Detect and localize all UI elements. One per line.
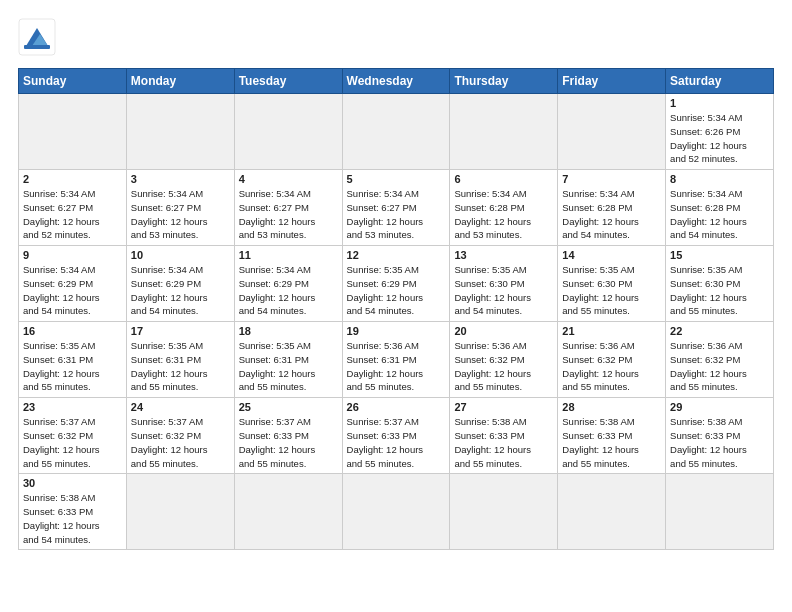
cell-content: Sunrise: 5:36 AMSunset: 6:31 PMDaylight:…	[347, 339, 446, 394]
calendar-row-5: 30Sunrise: 5:38 AMSunset: 6:33 PMDayligh…	[19, 474, 774, 550]
cell-content: Sunrise: 5:38 AMSunset: 6:33 PMDaylight:…	[23, 491, 122, 546]
calendar-cell-13: 8Sunrise: 5:34 AMSunset: 6:28 PMDaylight…	[666, 170, 774, 246]
calendar-cell-34: 29Sunrise: 5:38 AMSunset: 6:33 PMDayligh…	[666, 398, 774, 474]
calendar-table: SundayMondayTuesdayWednesdayThursdayFrid…	[18, 68, 774, 550]
calendar-cell-5	[558, 94, 666, 170]
cell-content: Sunrise: 5:34 AMSunset: 6:29 PMDaylight:…	[131, 263, 230, 318]
calendar-cell-18: 13Sunrise: 5:35 AMSunset: 6:30 PMDayligh…	[450, 246, 558, 322]
day-number: 2	[23, 173, 122, 185]
cell-content: Sunrise: 5:34 AMSunset: 6:28 PMDaylight:…	[670, 187, 769, 242]
day-number: 16	[23, 325, 122, 337]
cell-content: Sunrise: 5:36 AMSunset: 6:32 PMDaylight:…	[670, 339, 769, 394]
calendar-cell-31: 26Sunrise: 5:37 AMSunset: 6:33 PMDayligh…	[342, 398, 450, 474]
cell-content: Sunrise: 5:34 AMSunset: 6:27 PMDaylight:…	[23, 187, 122, 242]
calendar-cell-38	[342, 474, 450, 550]
cell-content: Sunrise: 5:38 AMSunset: 6:33 PMDaylight:…	[562, 415, 661, 470]
day-number: 4	[239, 173, 338, 185]
day-number: 22	[670, 325, 769, 337]
day-number: 13	[454, 249, 553, 261]
day-number: 23	[23, 401, 122, 413]
weekday-header-tuesday: Tuesday	[234, 69, 342, 94]
calendar-cell-33: 28Sunrise: 5:38 AMSunset: 6:33 PMDayligh…	[558, 398, 666, 474]
calendar-cell-22: 17Sunrise: 5:35 AMSunset: 6:31 PMDayligh…	[126, 322, 234, 398]
calendar-cell-16: 11Sunrise: 5:34 AMSunset: 6:29 PMDayligh…	[234, 246, 342, 322]
calendar-cell-41	[666, 474, 774, 550]
weekday-header-monday: Monday	[126, 69, 234, 94]
cell-content: Sunrise: 5:35 AMSunset: 6:29 PMDaylight:…	[347, 263, 446, 318]
day-number: 9	[23, 249, 122, 261]
day-number: 1	[670, 97, 769, 109]
cell-content: Sunrise: 5:37 AMSunset: 6:32 PMDaylight:…	[23, 415, 122, 470]
calendar-cell-35: 30Sunrise: 5:38 AMSunset: 6:33 PMDayligh…	[19, 474, 127, 550]
day-number: 19	[347, 325, 446, 337]
header	[18, 18, 774, 56]
day-number: 27	[454, 401, 553, 413]
calendar-cell-20: 15Sunrise: 5:35 AMSunset: 6:30 PMDayligh…	[666, 246, 774, 322]
calendar-row-3: 16Sunrise: 5:35 AMSunset: 6:31 PMDayligh…	[19, 322, 774, 398]
day-number: 29	[670, 401, 769, 413]
calendar-cell-3	[342, 94, 450, 170]
cell-content: Sunrise: 5:34 AMSunset: 6:29 PMDaylight:…	[23, 263, 122, 318]
cell-content: Sunrise: 5:38 AMSunset: 6:33 PMDaylight:…	[454, 415, 553, 470]
calendar-cell-8: 3Sunrise: 5:34 AMSunset: 6:27 PMDaylight…	[126, 170, 234, 246]
calendar-cell-0	[19, 94, 127, 170]
page: SundayMondayTuesdayWednesdayThursdayFrid…	[0, 0, 792, 560]
calendar-cell-4	[450, 94, 558, 170]
calendar-cell-24: 19Sunrise: 5:36 AMSunset: 6:31 PMDayligh…	[342, 322, 450, 398]
day-number: 28	[562, 401, 661, 413]
day-number: 30	[23, 477, 122, 489]
calendar-cell-9: 4Sunrise: 5:34 AMSunset: 6:27 PMDaylight…	[234, 170, 342, 246]
cell-content: Sunrise: 5:34 AMSunset: 6:27 PMDaylight:…	[347, 187, 446, 242]
calendar-cell-29: 24Sunrise: 5:37 AMSunset: 6:32 PMDayligh…	[126, 398, 234, 474]
day-number: 17	[131, 325, 230, 337]
calendar-cell-10: 5Sunrise: 5:34 AMSunset: 6:27 PMDaylight…	[342, 170, 450, 246]
calendar-cell-39	[450, 474, 558, 550]
cell-content: Sunrise: 5:34 AMSunset: 6:27 PMDaylight:…	[239, 187, 338, 242]
day-number: 21	[562, 325, 661, 337]
day-number: 15	[670, 249, 769, 261]
cell-content: Sunrise: 5:35 AMSunset: 6:30 PMDaylight:…	[670, 263, 769, 318]
cell-content: Sunrise: 5:35 AMSunset: 6:31 PMDaylight:…	[239, 339, 338, 394]
day-number: 14	[562, 249, 661, 261]
calendar-row-4: 23Sunrise: 5:37 AMSunset: 6:32 PMDayligh…	[19, 398, 774, 474]
logo	[18, 18, 62, 56]
weekday-header-friday: Friday	[558, 69, 666, 94]
calendar-cell-17: 12Sunrise: 5:35 AMSunset: 6:29 PMDayligh…	[342, 246, 450, 322]
day-number: 25	[239, 401, 338, 413]
cell-content: Sunrise: 5:38 AMSunset: 6:33 PMDaylight:…	[670, 415, 769, 470]
cell-content: Sunrise: 5:34 AMSunset: 6:28 PMDaylight:…	[562, 187, 661, 242]
calendar-cell-37	[234, 474, 342, 550]
cell-content: Sunrise: 5:35 AMSunset: 6:31 PMDaylight:…	[23, 339, 122, 394]
cell-content: Sunrise: 5:35 AMSunset: 6:30 PMDaylight:…	[454, 263, 553, 318]
cell-content: Sunrise: 5:35 AMSunset: 6:31 PMDaylight:…	[131, 339, 230, 394]
calendar-cell-2	[234, 94, 342, 170]
cell-content: Sunrise: 5:35 AMSunset: 6:30 PMDaylight:…	[562, 263, 661, 318]
calendar-row-0: 1Sunrise: 5:34 AMSunset: 6:26 PMDaylight…	[19, 94, 774, 170]
calendar-cell-11: 6Sunrise: 5:34 AMSunset: 6:28 PMDaylight…	[450, 170, 558, 246]
calendar-cell-40	[558, 474, 666, 550]
cell-content: Sunrise: 5:37 AMSunset: 6:32 PMDaylight:…	[131, 415, 230, 470]
cell-content: Sunrise: 5:34 AMSunset: 6:27 PMDaylight:…	[131, 187, 230, 242]
cell-content: Sunrise: 5:37 AMSunset: 6:33 PMDaylight:…	[347, 415, 446, 470]
calendar-row-2: 9Sunrise: 5:34 AMSunset: 6:29 PMDaylight…	[19, 246, 774, 322]
calendar-cell-19: 14Sunrise: 5:35 AMSunset: 6:30 PMDayligh…	[558, 246, 666, 322]
calendar-cell-23: 18Sunrise: 5:35 AMSunset: 6:31 PMDayligh…	[234, 322, 342, 398]
calendar-cell-36	[126, 474, 234, 550]
cell-content: Sunrise: 5:37 AMSunset: 6:33 PMDaylight:…	[239, 415, 338, 470]
cell-content: Sunrise: 5:36 AMSunset: 6:32 PMDaylight:…	[562, 339, 661, 394]
weekday-header-row: SundayMondayTuesdayWednesdayThursdayFrid…	[19, 69, 774, 94]
calendar-cell-26: 21Sunrise: 5:36 AMSunset: 6:32 PMDayligh…	[558, 322, 666, 398]
weekday-header-sunday: Sunday	[19, 69, 127, 94]
day-number: 8	[670, 173, 769, 185]
calendar-cell-30: 25Sunrise: 5:37 AMSunset: 6:33 PMDayligh…	[234, 398, 342, 474]
day-number: 7	[562, 173, 661, 185]
svg-rect-3	[24, 45, 50, 49]
day-number: 3	[131, 173, 230, 185]
calendar-cell-6: 1Sunrise: 5:34 AMSunset: 6:26 PMDaylight…	[666, 94, 774, 170]
day-number: 10	[131, 249, 230, 261]
weekday-header-wednesday: Wednesday	[342, 69, 450, 94]
day-number: 20	[454, 325, 553, 337]
calendar-cell-28: 23Sunrise: 5:37 AMSunset: 6:32 PMDayligh…	[19, 398, 127, 474]
day-number: 11	[239, 249, 338, 261]
calendar-cell-14: 9Sunrise: 5:34 AMSunset: 6:29 PMDaylight…	[19, 246, 127, 322]
